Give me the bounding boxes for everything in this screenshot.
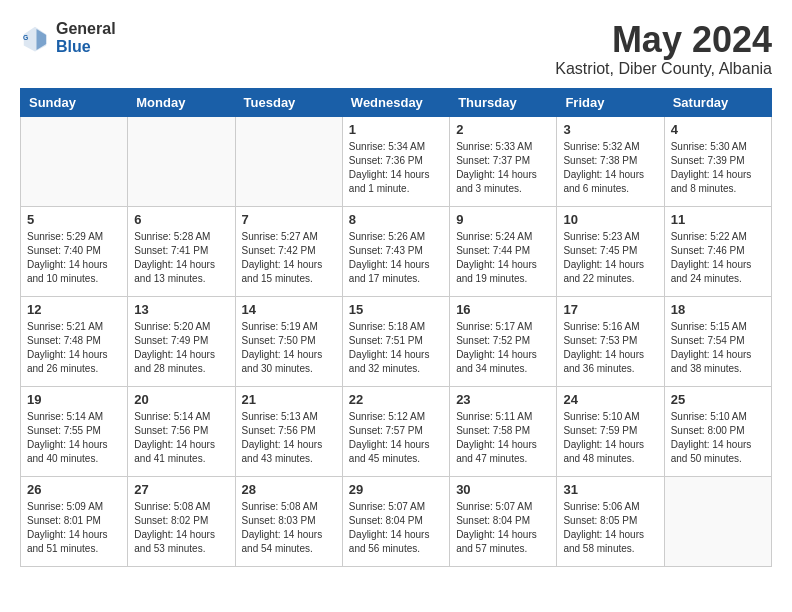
- calendar-cell: 4Sunrise: 5:30 AM Sunset: 7:39 PM Daylig…: [664, 116, 771, 206]
- page-header: G General Blue May 2024 Kastriot, Diber …: [20, 20, 772, 78]
- cell-info: Sunrise: 5:07 AM Sunset: 8:04 PM Dayligh…: [456, 500, 550, 556]
- cell-info: Sunrise: 5:24 AM Sunset: 7:44 PM Dayligh…: [456, 230, 550, 286]
- logo-blue: Blue: [56, 38, 116, 56]
- cell-info: Sunrise: 5:20 AM Sunset: 7:49 PM Dayligh…: [134, 320, 228, 376]
- cell-info: Sunrise: 5:07 AM Sunset: 8:04 PM Dayligh…: [349, 500, 443, 556]
- calendar-cell: 29Sunrise: 5:07 AM Sunset: 8:04 PM Dayli…: [342, 476, 449, 566]
- svg-text:G: G: [23, 33, 28, 40]
- cell-info: Sunrise: 5:14 AM Sunset: 7:56 PM Dayligh…: [134, 410, 228, 466]
- logo-icon: G: [20, 23, 50, 53]
- cell-info: Sunrise: 5:21 AM Sunset: 7:48 PM Dayligh…: [27, 320, 121, 376]
- calendar-cell: 31Sunrise: 5:06 AM Sunset: 8:05 PM Dayli…: [557, 476, 664, 566]
- location-subtitle: Kastriot, Diber County, Albania: [555, 60, 772, 78]
- column-header-saturday: Saturday: [664, 88, 771, 116]
- day-number: 12: [27, 302, 121, 317]
- calendar-cell: 14Sunrise: 5:19 AM Sunset: 7:50 PM Dayli…: [235, 296, 342, 386]
- cell-info: Sunrise: 5:22 AM Sunset: 7:46 PM Dayligh…: [671, 230, 765, 286]
- calendar-cell: 5Sunrise: 5:29 AM Sunset: 7:40 PM Daylig…: [21, 206, 128, 296]
- calendar-week-row: 5Sunrise: 5:29 AM Sunset: 7:40 PM Daylig…: [21, 206, 772, 296]
- month-year-title: May 2024: [555, 20, 772, 60]
- calendar-cell: [664, 476, 771, 566]
- cell-info: Sunrise: 5:32 AM Sunset: 7:38 PM Dayligh…: [563, 140, 657, 196]
- svg-marker-1: [37, 29, 47, 50]
- day-number: 16: [456, 302, 550, 317]
- cell-info: Sunrise: 5:18 AM Sunset: 7:51 PM Dayligh…: [349, 320, 443, 376]
- calendar-cell: 11Sunrise: 5:22 AM Sunset: 7:46 PM Dayli…: [664, 206, 771, 296]
- cell-info: Sunrise: 5:34 AM Sunset: 7:36 PM Dayligh…: [349, 140, 443, 196]
- cell-info: Sunrise: 5:10 AM Sunset: 8:00 PM Dayligh…: [671, 410, 765, 466]
- calendar-cell: 15Sunrise: 5:18 AM Sunset: 7:51 PM Dayli…: [342, 296, 449, 386]
- cell-info: Sunrise: 5:33 AM Sunset: 7:37 PM Dayligh…: [456, 140, 550, 196]
- header-row: SundayMondayTuesdayWednesdayThursdayFrid…: [21, 88, 772, 116]
- calendar-cell: 26Sunrise: 5:09 AM Sunset: 8:01 PM Dayli…: [21, 476, 128, 566]
- calendar-cell: 10Sunrise: 5:23 AM Sunset: 7:45 PM Dayli…: [557, 206, 664, 296]
- calendar-cell: 24Sunrise: 5:10 AM Sunset: 7:59 PM Dayli…: [557, 386, 664, 476]
- cell-info: Sunrise: 5:28 AM Sunset: 7:41 PM Dayligh…: [134, 230, 228, 286]
- day-number: 5: [27, 212, 121, 227]
- day-number: 13: [134, 302, 228, 317]
- cell-info: Sunrise: 5:19 AM Sunset: 7:50 PM Dayligh…: [242, 320, 336, 376]
- calendar-cell: 25Sunrise: 5:10 AM Sunset: 8:00 PM Dayli…: [664, 386, 771, 476]
- day-number: 26: [27, 482, 121, 497]
- calendar-week-row: 26Sunrise: 5:09 AM Sunset: 8:01 PM Dayli…: [21, 476, 772, 566]
- calendar-cell: [21, 116, 128, 206]
- day-number: 19: [27, 392, 121, 407]
- day-number: 29: [349, 482, 443, 497]
- column-header-wednesday: Wednesday: [342, 88, 449, 116]
- day-number: 8: [349, 212, 443, 227]
- calendar-cell: 6Sunrise: 5:28 AM Sunset: 7:41 PM Daylig…: [128, 206, 235, 296]
- cell-info: Sunrise: 5:16 AM Sunset: 7:53 PM Dayligh…: [563, 320, 657, 376]
- calendar-week-row: 1Sunrise: 5:34 AM Sunset: 7:36 PM Daylig…: [21, 116, 772, 206]
- calendar-cell: 28Sunrise: 5:08 AM Sunset: 8:03 PM Dayli…: [235, 476, 342, 566]
- logo-general: General: [56, 20, 116, 38]
- day-number: 31: [563, 482, 657, 497]
- calendar-cell: 27Sunrise: 5:08 AM Sunset: 8:02 PM Dayli…: [128, 476, 235, 566]
- column-header-sunday: Sunday: [21, 88, 128, 116]
- cell-info: Sunrise: 5:17 AM Sunset: 7:52 PM Dayligh…: [456, 320, 550, 376]
- title-block: May 2024 Kastriot, Diber County, Albania: [555, 20, 772, 78]
- calendar-cell: [235, 116, 342, 206]
- day-number: 25: [671, 392, 765, 407]
- calendar-cell: 13Sunrise: 5:20 AM Sunset: 7:49 PM Dayli…: [128, 296, 235, 386]
- calendar-cell: 19Sunrise: 5:14 AM Sunset: 7:55 PM Dayli…: [21, 386, 128, 476]
- cell-info: Sunrise: 5:13 AM Sunset: 7:56 PM Dayligh…: [242, 410, 336, 466]
- day-number: 27: [134, 482, 228, 497]
- calendar-week-row: 19Sunrise: 5:14 AM Sunset: 7:55 PM Dayli…: [21, 386, 772, 476]
- calendar-cell: 20Sunrise: 5:14 AM Sunset: 7:56 PM Dayli…: [128, 386, 235, 476]
- day-number: 17: [563, 302, 657, 317]
- calendar-cell: 9Sunrise: 5:24 AM Sunset: 7:44 PM Daylig…: [450, 206, 557, 296]
- cell-info: Sunrise: 5:15 AM Sunset: 7:54 PM Dayligh…: [671, 320, 765, 376]
- cell-info: Sunrise: 5:27 AM Sunset: 7:42 PM Dayligh…: [242, 230, 336, 286]
- day-number: 9: [456, 212, 550, 227]
- calendar-cell: 3Sunrise: 5:32 AM Sunset: 7:38 PM Daylig…: [557, 116, 664, 206]
- calendar-week-row: 12Sunrise: 5:21 AM Sunset: 7:48 PM Dayli…: [21, 296, 772, 386]
- cell-info: Sunrise: 5:06 AM Sunset: 8:05 PM Dayligh…: [563, 500, 657, 556]
- logo-text: General Blue: [56, 20, 116, 55]
- day-number: 2: [456, 122, 550, 137]
- day-number: 3: [563, 122, 657, 137]
- calendar-cell: 1Sunrise: 5:34 AM Sunset: 7:36 PM Daylig…: [342, 116, 449, 206]
- cell-info: Sunrise: 5:23 AM Sunset: 7:45 PM Dayligh…: [563, 230, 657, 286]
- calendar-cell: 21Sunrise: 5:13 AM Sunset: 7:56 PM Dayli…: [235, 386, 342, 476]
- day-number: 20: [134, 392, 228, 407]
- day-number: 24: [563, 392, 657, 407]
- day-number: 4: [671, 122, 765, 137]
- calendar-cell: [128, 116, 235, 206]
- cell-info: Sunrise: 5:09 AM Sunset: 8:01 PM Dayligh…: [27, 500, 121, 556]
- day-number: 21: [242, 392, 336, 407]
- column-header-friday: Friday: [557, 88, 664, 116]
- logo: G General Blue: [20, 20, 116, 55]
- calendar-cell: 30Sunrise: 5:07 AM Sunset: 8:04 PM Dayli…: [450, 476, 557, 566]
- cell-info: Sunrise: 5:12 AM Sunset: 7:57 PM Dayligh…: [349, 410, 443, 466]
- day-number: 6: [134, 212, 228, 227]
- day-number: 7: [242, 212, 336, 227]
- cell-info: Sunrise: 5:11 AM Sunset: 7:58 PM Dayligh…: [456, 410, 550, 466]
- day-number: 14: [242, 302, 336, 317]
- cell-info: Sunrise: 5:08 AM Sunset: 8:03 PM Dayligh…: [242, 500, 336, 556]
- day-number: 30: [456, 482, 550, 497]
- day-number: 23: [456, 392, 550, 407]
- day-number: 18: [671, 302, 765, 317]
- cell-info: Sunrise: 5:26 AM Sunset: 7:43 PM Dayligh…: [349, 230, 443, 286]
- column-header-thursday: Thursday: [450, 88, 557, 116]
- day-number: 15: [349, 302, 443, 317]
